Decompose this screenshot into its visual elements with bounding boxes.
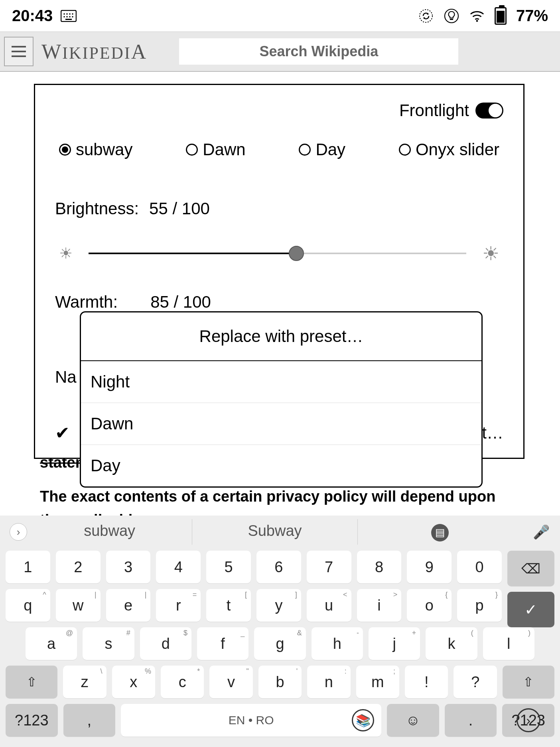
comma-key[interactable]: ,	[63, 704, 116, 737]
warmth-label: Warmth:	[55, 292, 118, 312]
menu-button[interactable]	[4, 37, 34, 66]
check-icon: ✔	[55, 423, 70, 443]
svg-point-4	[72, 13, 74, 15]
key-j[interactable]: j+	[369, 627, 420, 660]
book-switch-icon[interactable]: 📚	[352, 709, 374, 731]
key-r[interactable]: r=	[156, 589, 201, 622]
book-icon: ▤	[431, 524, 449, 541]
key-g[interactable]: g&	[254, 627, 306, 660]
spacebar[interactable]: EN • RO 📚	[121, 704, 381, 737]
expand-suggestions-button[interactable]: ›	[10, 523, 27, 541]
key-a[interactable]: a@	[26, 627, 77, 660]
svg-rect-9	[65, 19, 72, 20]
shift-key-left[interactable]: ⇧	[6, 666, 57, 698]
autowarmth-truncated: t…	[482, 423, 503, 443]
next-keyboard-icon: ›	[517, 708, 540, 732]
key-u[interactable]: u<	[307, 589, 351, 622]
suggestion-1[interactable]: subway	[27, 519, 192, 545]
key-q[interactable]: q^	[6, 589, 50, 622]
key-m[interactable]: m;	[356, 666, 399, 698]
key-h[interactable]: h-	[312, 627, 363, 660]
svg-point-8	[72, 16, 74, 18]
key-z[interactable]: z\	[63, 666, 106, 698]
key-n[interactable]: n:	[307, 666, 350, 698]
preset-menu-title: Replace with preset…	[81, 312, 481, 361]
key-5[interactable]: 5	[206, 551, 251, 583]
status-bar: 20:43 77%	[0, 0, 560, 32]
key-l[interactable]: l)	[483, 627, 534, 660]
svg-point-13	[476, 20, 478, 22]
preset-item-dawn[interactable]: Dawn	[81, 403, 481, 445]
brightness-label: Brightness:	[55, 199, 139, 218]
preset-radio-day[interactable]: Day	[299, 140, 345, 159]
key-v[interactable]: v"	[209, 666, 252, 698]
frontlight-toggle[interactable]	[475, 103, 503, 119]
key-i[interactable]: i>	[357, 589, 402, 622]
key-1[interactable]: 1	[6, 551, 50, 583]
keyboard-icon	[61, 8, 77, 24]
period-key[interactable]: .	[445, 704, 497, 737]
key-6[interactable]: 6	[256, 551, 301, 583]
radio-icon	[299, 144, 311, 156]
key-y[interactable]: y]	[256, 589, 301, 622]
backspace-key[interactable]: ⌫	[507, 551, 554, 586]
key-c[interactable]: c*	[161, 666, 204, 698]
preset-item-night[interactable]: Night	[81, 361, 481, 403]
key-![interactable]: !	[405, 666, 448, 698]
svg-point-6	[67, 16, 68, 18]
onscreen-keyboard: › subway Subway ▤ 🎤 1234567890 q^w|e|r=t…	[0, 516, 560, 747]
suggestion-2[interactable]: Subway	[192, 519, 357, 545]
key-o[interactable]: o{	[407, 589, 452, 622]
search-placeholder: Search Wikipedia	[259, 43, 378, 60]
symbols-key-2[interactable]: › ?123	[502, 704, 554, 737]
key-s[interactable]: s#	[83, 627, 134, 660]
svg-rect-12	[450, 19, 453, 20]
key-d[interactable]: d$	[140, 627, 191, 660]
preset-radio-subway[interactable]: subway	[59, 140, 132, 159]
key-0[interactable]: 0	[457, 551, 502, 583]
sync-icon	[418, 8, 434, 24]
svg-point-10	[420, 10, 432, 22]
battery-percent: 77%	[516, 7, 548, 25]
key-k[interactable]: k(	[426, 627, 477, 660]
warmth-value: 85 / 100	[150, 292, 211, 312]
brightness-slider[interactable]	[89, 253, 466, 254]
hamburger-icon	[12, 46, 26, 57]
brightness-low-icon: ☀	[59, 245, 73, 262]
emoji-key[interactable]: ☺	[387, 704, 439, 737]
key-4[interactable]: 4	[156, 551, 201, 583]
key-x[interactable]: x%	[112, 666, 155, 698]
key-2[interactable]: 2	[56, 551, 101, 583]
preset-item-day[interactable]: Day	[81, 445, 481, 486]
svg-point-5	[64, 16, 65, 18]
svg-point-2	[67, 13, 68, 15]
preset-radio-onyx[interactable]: Onyx slider	[399, 140, 499, 159]
preset-radio-dawn[interactable]: Dawn	[186, 140, 245, 159]
enter-key[interactable]: ✓	[507, 592, 554, 627]
app-header: WIKIPEDIA Search Wikipedia	[0, 32, 560, 72]
wikipedia-logo: WIKIPEDIA	[41, 40, 147, 63]
key-?[interactable]: ?	[454, 666, 497, 698]
key-w[interactable]: w|	[56, 589, 101, 622]
search-input[interactable]: Search Wikipedia	[179, 38, 458, 65]
symbols-key[interactable]: ?123	[6, 704, 58, 737]
key-9[interactable]: 9	[407, 551, 452, 583]
replace-preset-menu: Replace with preset… Night Dawn Day	[80, 311, 483, 488]
key-b[interactable]: b'	[258, 666, 302, 698]
suggestion-3[interactable]: ▤	[358, 519, 523, 545]
shift-key-right[interactable]: ⇧	[503, 666, 554, 698]
key-p[interactable]: p}	[457, 589, 502, 622]
key-7[interactable]: 7	[307, 551, 351, 583]
suggestion-bar: › subway Subway ▤ 🎤	[0, 516, 560, 548]
mic-icon[interactable]: 🎤	[533, 524, 550, 540]
key-8[interactable]: 8	[357, 551, 402, 583]
key-t[interactable]: t[	[206, 589, 251, 622]
svg-point-7	[69, 16, 71, 18]
key-f[interactable]: f_	[197, 627, 248, 660]
key-3[interactable]: 3	[106, 551, 151, 583]
key-e[interactable]: e|	[106, 589, 151, 622]
brightness-high-icon: ☀	[482, 242, 499, 265]
frontlight-label: Frontlight	[399, 101, 469, 120]
radio-icon	[186, 144, 198, 156]
preset-radio-row: subway Dawn Day Onyx slider	[55, 140, 503, 159]
